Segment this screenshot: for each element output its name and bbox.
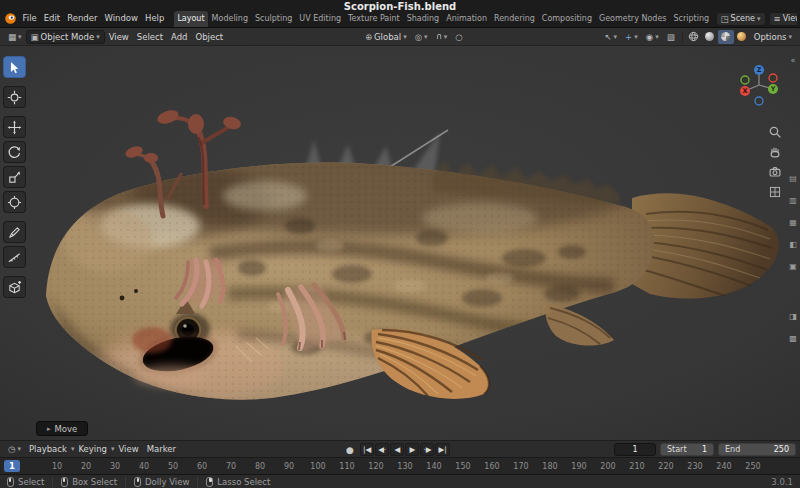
playback-controls: ● |◀ ◀· ◀ ▶ ·▶ ▶| [346,441,450,458]
pan-button[interactable] [766,144,784,160]
menu-render[interactable]: Render [64,10,101,27]
rail-icon-6[interactable]: ◨ [786,308,800,324]
menu-select[interactable]: Select [133,31,167,43]
overlays-icon: ◉ [646,32,653,42]
scene-icon: ◳ [721,14,729,24]
frame-end-field[interactable]: End 250 [718,443,796,456]
object-visibility-dropdown[interactable]: ↖ ▾ [600,31,621,43]
tab-compositing[interactable]: Compositing [539,11,595,27]
viewport-options-dropdown[interactable]: Options ▾ [750,31,796,43]
tool-transform[interactable] [3,191,26,213]
shading-material-preview-button[interactable] [718,30,734,44]
play-button[interactable]: ▶ [405,443,419,456]
rail-icon-1[interactable]: ▤ [786,170,800,186]
menu-edit[interactable]: Edit [40,10,63,27]
tab-rendering[interactable]: Rendering [491,11,538,27]
jump-to-end-button[interactable]: ▶| [436,443,450,456]
gizmo-axis-z-neg[interactable] [755,97,763,105]
xray-toggle[interactable]: ▨ [663,31,679,43]
next-keyframe-button[interactable]: ·▶ [420,443,434,456]
jump-to-start-button[interactable]: |◀ [360,443,374,456]
tool-add-cube[interactable] [3,276,26,298]
menu-object[interactable]: Object [192,31,228,43]
prev-keyframe-button[interactable]: ◀· [375,443,389,456]
camera-view-button[interactable] [766,164,784,180]
rail-icon-3[interactable]: ▦ [786,214,800,230]
timeline-ruler[interactable]: 1 10 20 30 40 50 60 70 80 90 100 110 120… [0,457,800,474]
zoom-button[interactable] [766,124,784,140]
viewport-toolbar [3,56,28,301]
tab-animation[interactable]: Animation [443,11,490,27]
tool-select-box[interactable] [3,56,26,78]
menu-add[interactable]: Add [167,31,191,43]
menu-file[interactable]: File [19,10,40,27]
transform-orientation-selector[interactable]: ⊕ Global ▾ [361,31,411,43]
tab-scripting[interactable]: Scripting [670,11,712,27]
gizmo-axis-y-neg[interactable] [741,76,749,84]
menu-window[interactable]: Window [101,10,142,27]
pivot-point-selector[interactable]: ◎ ▾ [411,31,432,43]
tab-modeling[interactable]: Modeling [209,11,251,27]
play-reverse-button[interactable]: ◀ [390,443,404,456]
annotate-pen-icon [7,225,22,240]
tool-annotate[interactable] [3,221,26,243]
tab-sculpting[interactable]: Sculpting [252,11,295,27]
ortho-persp-toggle-button[interactable] [766,184,784,200]
frame-start-label: Start [667,445,687,454]
view-layer-selector[interactable]: ≡ ViewLayer ▾ [769,12,798,26]
menu-playback[interactable]: Playback [25,443,71,455]
current-frame-field[interactable]: 1 [614,443,656,456]
tab-layout[interactable]: Layout [174,11,207,27]
rail-icon-2[interactable]: ▥ [786,192,800,208]
tool-scale[interactable] [3,166,26,188]
blender-logo-icon[interactable] [4,11,17,26]
tab-texture-paint[interactable]: Texture Paint [345,11,403,27]
viewport-3d[interactable]: Z Y X « ▤ ▥ ▦ ◧ ▣ ◨ [0,46,800,440]
playhead[interactable]: 1 [4,460,20,472]
ruler-tick: 100 [310,462,325,471]
frame-end-label: End [725,445,740,454]
rail-icon-7[interactable]: ▩ [786,330,800,346]
snap-toggle[interactable]: ∪ ▾ [432,31,452,43]
tab-shading[interactable]: Shading [404,11,443,27]
right-rail: « ▤ ▥ ▦ ◧ ▣ ◨ ▩ [786,46,800,440]
workspace-tabs: Layout Modeling Sculpting UV Editing Tex… [174,11,713,27]
menu-help[interactable]: Help [141,10,167,27]
menu-marker[interactable]: Marker [143,443,180,455]
tool-move[interactable] [3,116,26,138]
proportional-editing-toggle[interactable]: ○ [451,31,466,43]
viewport-canvas[interactable] [0,46,800,440]
menu-timeline-view[interactable]: View [114,443,142,455]
tool-measure[interactable] [3,246,26,268]
navigation-gizmo[interactable]: Z Y X [736,62,782,108]
scene-selector-label: Scene [731,14,755,23]
status-hint-label: Lasso Select [217,477,270,487]
ruler-tick: 10 [52,462,62,471]
timeline-editor-type-button[interactable]: ◷ ▾ [4,443,25,455]
shading-rendered-button[interactable] [734,30,750,44]
shading-wireframe-button[interactable] [686,30,702,44]
chevron-down-icon: ▾ [634,33,638,41]
gizmo-axis-x-neg[interactable] [769,74,777,82]
operator-panel[interactable]: ▸ Move [36,421,88,436]
shading-solid-button[interactable] [702,30,718,44]
xray-icon: ▨ [667,32,675,42]
tool-cursor[interactable] [3,86,26,108]
tool-rotate[interactable] [3,141,26,163]
show-gizmo-toggle[interactable]: + ▾ [621,31,642,43]
menu-keying[interactable]: Keying [74,443,111,455]
rail-icon-4[interactable]: ◧ [786,236,800,252]
editor-type-button[interactable]: ▦ ▾ [4,31,26,43]
tab-geometry-nodes[interactable]: Geometry Nodes [596,11,669,27]
show-overlays-toggle[interactable]: ◉ ▾ [642,31,663,43]
mode-selector[interactable]: ▣ Object Mode ▾ [26,30,105,44]
auto-keying-record-button[interactable]: ● [346,445,354,455]
collapse-panel-icon[interactable]: « [786,52,800,68]
menu-view[interactable]: View [105,31,133,43]
viewport-header: ▦ ▾ ▣ Object Mode ▾ View Select Add Obje… [0,28,800,46]
frame-start-field[interactable]: Start 1 [660,443,714,456]
rail-icon-5[interactable]: ▣ [786,258,800,274]
tab-uv-editing[interactable]: UV Editing [296,11,344,27]
cursor-icon [7,90,22,105]
scene-selector[interactable]: ◳ Scene ▾ [716,12,766,26]
